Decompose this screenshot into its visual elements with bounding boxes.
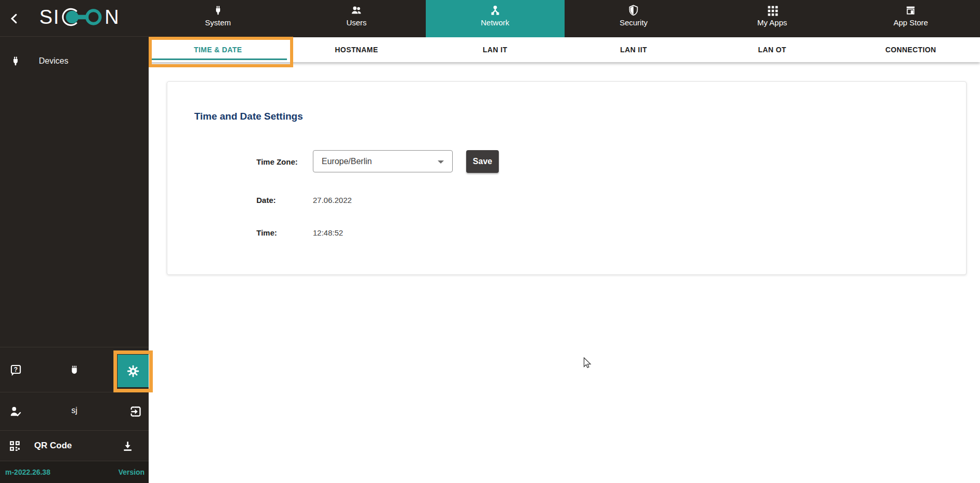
sidebar: SI N Devices ?	[0, 0, 149, 483]
qr-code-label: QR Code	[34, 441, 72, 451]
help-button[interactable]: ?	[9, 363, 22, 376]
chevron-down-icon	[438, 160, 444, 164]
save-button[interactable]: Save	[466, 150, 499, 173]
tab-lan-iit[interactable]: LAN IIT	[565, 37, 703, 62]
gear-icon	[126, 364, 140, 378]
timezone-selected-value: Europe/Berlin	[322, 157, 372, 166]
nav-tab-label: My Apps	[757, 18, 787, 27]
sidebar-item-devices[interactable]: Devices	[0, 49, 149, 74]
device-connector-button[interactable]	[68, 363, 81, 376]
nav-tab-my-apps[interactable]: My Apps	[703, 0, 842, 37]
subtab-label: TIME & DATE	[194, 46, 242, 54]
shield-icon	[627, 4, 640, 17]
sidebar-tools-row: ?	[0, 347, 149, 392]
nav-tab-label: Network	[481, 18, 509, 27]
nav-tab-app-store[interactable]: App Store	[842, 0, 980, 37]
network-icon	[489, 4, 501, 17]
time-value: 12:48:52	[313, 228, 343, 237]
logout-icon	[129, 405, 142, 418]
help-icon: ?	[9, 363, 22, 376]
back-button[interactable]	[7, 11, 22, 26]
sicon-logo: SI N	[39, 5, 120, 29]
tab-lan-it[interactable]: LAN IT	[426, 37, 565, 62]
sidebar-version-row: m-2022.26.38 Version	[0, 461, 149, 483]
plug-icon	[9, 55, 22, 67]
logo-circles-icon	[60, 5, 105, 29]
qr-code-icon	[8, 440, 21, 452]
qr-button[interactable]	[8, 440, 21, 452]
nav-tab-users[interactable]: Users	[287, 0, 426, 37]
usb-device-icon	[68, 363, 81, 376]
timezone-row: Time Zone: Europe/Berlin Save	[167, 150, 966, 173]
tab-hostname[interactable]: HOSTNAME	[287, 37, 426, 62]
network-subtabs: TIME & DATE HOSTNAME LAN IT LAN IIT LAN …	[149, 37, 980, 62]
active-tab-indicator	[149, 58, 287, 60]
version-value: m-2022.26.38	[5, 468, 50, 476]
sidebar-bottom: ?	[0, 347, 149, 483]
nav-tab-label: Security	[619, 18, 647, 27]
tab-time-date[interactable]: TIME & DATE	[149, 37, 287, 62]
nav-tab-label: System	[205, 18, 231, 27]
download-button[interactable]	[121, 440, 134, 452]
subtab-label: HOSTNAME	[335, 46, 378, 54]
apps-grid-icon	[766, 4, 779, 17]
date-row: Date: 27.06.2022	[167, 196, 966, 206]
timezone-select[interactable]: Europe/Berlin	[313, 150, 453, 172]
store-icon	[904, 4, 917, 17]
download-icon	[121, 440, 134, 452]
main-content: Time and Date Settings Time Zone: Europe…	[149, 62, 980, 483]
plug-icon	[212, 4, 224, 17]
time-label: Time:	[256, 228, 277, 237]
settings-button[interactable]	[118, 355, 149, 387]
tab-connection[interactable]: CONNECTION	[842, 37, 980, 62]
time-row: Time: 12:48:52	[167, 228, 966, 239]
time-date-settings-card: Time and Date Settings Time Zone: Europe…	[167, 81, 967, 275]
timezone-label: Time Zone:	[256, 157, 298, 166]
sidebar-qr-row: QR Code	[0, 430, 149, 461]
version-label: Version	[118, 468, 145, 476]
nav-tab-label: App Store	[893, 18, 928, 27]
top-navigation: System Users Network Security	[149, 0, 980, 37]
logout-button[interactable]	[129, 405, 142, 418]
nav-tab-network[interactable]: Network	[426, 0, 565, 37]
nav-tab-label: Users	[347, 18, 367, 27]
svg-text:?: ?	[14, 366, 18, 373]
nav-tab-system[interactable]: System	[149, 0, 287, 37]
date-label: Date:	[256, 196, 276, 204]
logo-text-si: SI	[39, 5, 60, 29]
subtab-label: CONNECTION	[885, 46, 936, 54]
sidebar-item-label: Devices	[39, 56, 68, 66]
chevron-left-icon	[7, 11, 22, 26]
nav-tab-security[interactable]: Security	[565, 0, 703, 37]
users-icon	[350, 4, 363, 17]
tab-lan-ot[interactable]: LAN OT	[703, 37, 842, 62]
subtab-label: LAN IT	[483, 46, 508, 54]
subtab-label: LAN IIT	[620, 46, 647, 54]
subtab-label: LAN OT	[758, 46, 786, 54]
logo-text-n: N	[105, 5, 120, 29]
date-value: 27.06.2022	[313, 196, 352, 204]
sidebar-user-row: sj	[0, 392, 149, 430]
card-heading: Time and Date Settings	[194, 111, 303, 122]
username-label: sj	[0, 406, 149, 415]
logo-row: SI N	[0, 0, 149, 37]
